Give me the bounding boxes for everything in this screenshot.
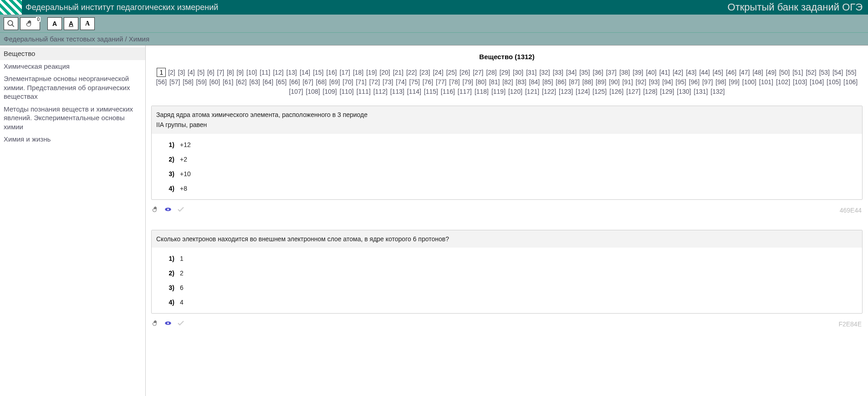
page-94[interactable]: [94] <box>662 78 673 86</box>
page-49[interactable]: [49] <box>766 69 777 76</box>
page-111[interactable]: [111] <box>356 88 371 95</box>
page-40[interactable]: [40] <box>645 69 657 76</box>
page-93[interactable]: [93] <box>648 78 660 86</box>
page-19[interactable]: [19] <box>366 69 377 76</box>
page-113[interactable]: [113] <box>390 88 405 95</box>
page-74[interactable]: [74] <box>395 78 407 86</box>
page-70[interactable]: [70] <box>342 78 353 86</box>
page-128[interactable]: [128] <box>643 88 658 95</box>
page-77[interactable]: [77] <box>435 78 447 86</box>
page-119[interactable]: [119] <box>491 88 506 95</box>
page-15[interactable]: [15] <box>312 69 324 76</box>
page-88[interactable]: [88] <box>582 78 593 86</box>
page-87[interactable]: [87] <box>569 78 580 86</box>
page-109[interactable]: [109] <box>322 88 337 95</box>
page-9[interactable]: [9] <box>236 69 244 76</box>
page-69[interactable]: [69] <box>329 78 340 86</box>
page-130[interactable]: [130] <box>676 88 691 95</box>
page-65[interactable]: [65] <box>276 78 287 86</box>
page-101[interactable]: [101] <box>759 78 774 86</box>
page-23[interactable]: [23] <box>419 69 430 76</box>
page-97[interactable]: [97] <box>702 78 713 86</box>
page-120[interactable]: [120] <box>508 88 523 95</box>
eye-icon[interactable] <box>164 319 172 329</box>
page-102[interactable]: [102] <box>776 78 791 86</box>
page-63[interactable]: [63] <box>249 78 260 86</box>
page-60[interactable]: [60] <box>209 78 220 86</box>
page-85[interactable]: [85] <box>542 78 553 86</box>
hand-icon[interactable] <box>152 206 159 215</box>
answer-2[interactable]: 3)+10 <box>161 167 853 181</box>
page-108[interactable]: [108] <box>306 88 321 95</box>
page-95[interactable]: [95] <box>675 78 687 86</box>
page-41[interactable]: [41] <box>659 69 670 76</box>
page-53[interactable]: [53] <box>819 69 830 76</box>
page-18[interactable]: [18] <box>352 69 364 76</box>
page-90[interactable]: [90] <box>608 78 620 86</box>
page-96[interactable]: [96] <box>689 78 700 86</box>
page-32[interactable]: [32] <box>539 69 550 76</box>
answer-0[interactable]: 1)1 <box>161 251 853 266</box>
page-57[interactable]: [57] <box>169 78 180 86</box>
page-100[interactable]: [100] <box>742 78 757 86</box>
page-75[interactable]: [75] <box>409 78 420 86</box>
page-83[interactable]: [83] <box>516 78 527 86</box>
page-92[interactable]: [92] <box>635 78 647 86</box>
sidebar-item-0[interactable]: Вещество <box>0 47 145 60</box>
page-29[interactable]: [29] <box>499 69 511 76</box>
page-12[interactable]: [12] <box>272 69 284 76</box>
page-132[interactable]: [132] <box>710 88 725 95</box>
page-122[interactable]: [122] <box>541 88 557 95</box>
page-6[interactable]: [6] <box>207 69 215 76</box>
page-27[interactable]: [27] <box>472 69 484 76</box>
page-72[interactable]: [72] <box>369 78 380 86</box>
page-78[interactable]: [78] <box>449 78 460 86</box>
page-34[interactable]: [34] <box>566 69 577 76</box>
page-76[interactable]: [76] <box>422 78 434 86</box>
check-icon[interactable] <box>177 205 185 215</box>
page-31[interactable]: [31] <box>526 69 537 76</box>
page-30[interactable]: [30] <box>512 69 524 76</box>
sidebar-item-3[interactable]: Методы познания веществ и химических явл… <box>0 103 145 133</box>
page-47[interactable]: [47] <box>739 69 750 76</box>
page-106[interactable]: [106] <box>843 78 858 86</box>
page-81[interactable]: [81] <box>489 78 500 86</box>
page-48[interactable]: [48] <box>752 69 763 76</box>
page-86[interactable]: [86] <box>555 78 567 86</box>
page-89[interactable]: [89] <box>595 78 607 86</box>
font-underline-button[interactable]: A <box>64 17 78 30</box>
page-45[interactable]: [45] <box>712 69 724 76</box>
page-59[interactable]: [59] <box>196 78 207 86</box>
page-79[interactable]: [79] <box>462 78 474 86</box>
page-58[interactable]: [58] <box>182 78 194 86</box>
page-36[interactable]: [36] <box>592 69 603 76</box>
page-39[interactable]: [39] <box>632 69 643 76</box>
page-62[interactable]: [62] <box>235 78 247 86</box>
eye-icon[interactable] <box>164 205 172 215</box>
page-20[interactable]: [20] <box>379 69 390 76</box>
page-110[interactable]: [110] <box>339 88 354 95</box>
page-11[interactable]: [11] <box>259 69 271 76</box>
page-99[interactable]: [99] <box>729 78 740 86</box>
page-66[interactable]: [66] <box>289 78 300 86</box>
hand-button[interactable]: 0 <box>20 17 40 30</box>
page-2[interactable]: [2] <box>168 69 176 76</box>
page-14[interactable]: [14] <box>299 69 311 76</box>
page-121[interactable]: [121] <box>525 88 540 95</box>
page-124[interactable]: [124] <box>575 88 590 95</box>
page-13[interactable]: [13] <box>286 69 297 76</box>
page-91[interactable]: [91] <box>622 78 633 86</box>
page-55[interactable]: [55] <box>845 69 857 76</box>
page-82[interactable]: [82] <box>502 78 513 86</box>
search-button[interactable] <box>4 17 18 30</box>
page-127[interactable]: [127] <box>626 88 641 95</box>
page-28[interactable]: [28] <box>485 69 497 76</box>
page-56[interactable]: [56] <box>156 78 167 86</box>
page-42[interactable]: [42] <box>672 69 684 76</box>
page-16[interactable]: [16] <box>326 69 337 76</box>
page-35[interactable]: [35] <box>579 69 590 76</box>
page-4[interactable]: [4] <box>187 69 195 76</box>
page-114[interactable]: [114] <box>407 88 422 95</box>
page-73[interactable]: [73] <box>382 78 393 86</box>
answer-3[interactable]: 4)4 <box>161 295 853 310</box>
